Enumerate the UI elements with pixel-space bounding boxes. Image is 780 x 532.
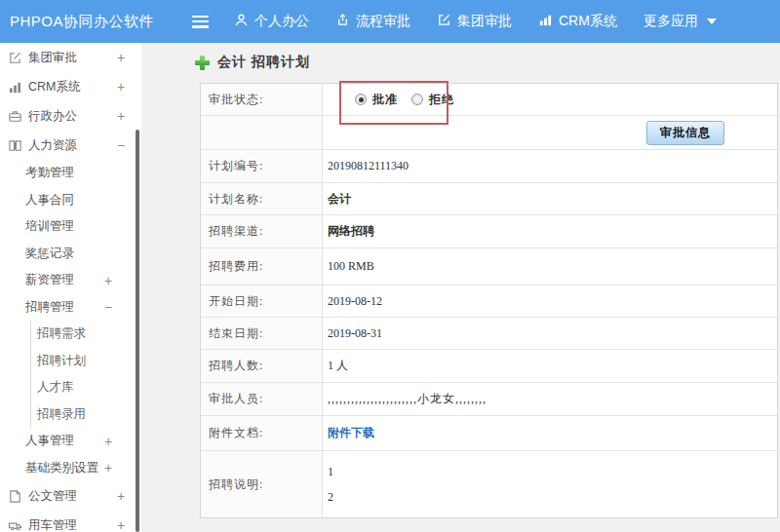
reject-radio-label[interactable]: 拒绝 <box>429 92 454 108</box>
sidebar-item-document-mgmt[interactable]: 公文管理 + <box>0 481 141 511</box>
table-row-button: 审批信息 <box>201 116 777 150</box>
sidebar-item-admin-office[interactable]: 行政办公 + <box>0 101 141 131</box>
field-label: 招聘费用: <box>201 248 323 285</box>
sidebar-item-crm[interactable]: CRM系统 + <box>0 72 141 101</box>
document-icon <box>8 489 22 504</box>
reject-radio[interactable] <box>411 94 423 105</box>
table-row-start-date: 开始日期: 2019-08-12 <box>201 285 777 318</box>
sidebar-item-personnel[interactable]: 人事管理 + <box>0 428 141 455</box>
approve-radio[interactable] <box>355 94 367 105</box>
sidebar-item-base-category[interactable]: 基础类别设置 + <box>0 455 141 482</box>
nav-more-apps[interactable]: 更多应用 <box>644 13 717 30</box>
expand-toggle[interactable]: + <box>104 274 112 287</box>
status-radio-group: 批准 拒绝 <box>323 84 777 115</box>
user-icon <box>234 13 254 30</box>
expand-toggle[interactable]: + <box>117 51 125 64</box>
sidebar-item-attendance[interactable]: 考勤管理 <box>0 160 141 187</box>
add-icon[interactable] <box>195 56 210 70</box>
field-value: 20190812111340 <box>323 150 777 182</box>
hamburger-menu-icon[interactable] <box>192 16 209 28</box>
expand-toggle[interactable]: + <box>117 518 125 532</box>
field-label: 附件文档: <box>201 416 323 450</box>
page-title: 会计 招聘计划 <box>217 54 310 71</box>
nav-group-approval[interactable]: 集团审批 <box>437 13 512 30</box>
field-value: 100 RMB <box>323 248 777 285</box>
app-logo: PHPOA协同办公软件 <box>0 13 141 31</box>
attachment-download-link[interactable]: 附件下载 <box>328 425 374 441</box>
sidebar-item-recruit-mgmt[interactable]: 招聘管理 − <box>0 294 141 322</box>
nav-process-approval[interactable]: 流程审批 <box>335 13 410 30</box>
main-content: 会计 招聘计划 审批状态: 批准 拒绝 审批信息 计划编号: 201908121… <box>141 43 780 532</box>
nav-crm[interactable]: CRM系统 <box>538 13 617 30</box>
field-value: 1 2 <box>323 451 777 517</box>
field-value: 2019-08-12 <box>323 285 777 317</box>
field-label: 审批状态: <box>201 84 323 115</box>
sidebar-item-hr[interactable]: 人力资源 − <box>0 131 141 160</box>
collapse-toggle[interactable]: − <box>104 300 112 314</box>
field-label: 结束日期: <box>201 318 323 349</box>
field-label: 开始日期: <box>201 285 323 317</box>
sidebar-item-talent-pool[interactable]: 人才库 <box>30 374 141 401</box>
field-value: ,,,,,,,,,,,,,,,,,,,,,,,小龙女,,,,,,,, <box>323 383 777 415</box>
edit-icon <box>437 13 457 30</box>
table-row-channel: 招聘渠道: 网络招聘 <box>201 215 777 248</box>
approve-radio-label[interactable]: 批准 <box>372 92 398 108</box>
vehicle-icon <box>8 518 22 532</box>
table-row-end-date: 结束日期: 2019-08-31 <box>201 318 777 350</box>
bar-chart-icon <box>538 13 559 30</box>
briefcase-icon <box>8 109 22 124</box>
caret-down-icon <box>707 19 717 24</box>
sidebar-item-recruit-plan[interactable]: 招聘计划 <box>30 348 141 375</box>
expand-toggle[interactable]: + <box>117 489 125 503</box>
expand-toggle[interactable]: + <box>104 435 112 448</box>
book-icon <box>8 138 22 153</box>
field-label: 审批人员: <box>201 383 323 415</box>
sidebar-item-rewards[interactable]: 奖惩记录 <box>0 241 141 268</box>
sidebar-scrollbar[interactable] <box>136 130 139 532</box>
field-label: 招聘渠道: <box>201 215 323 247</box>
table-row-status: 审批状态: 批准 拒绝 <box>201 84 777 116</box>
field-label: 招聘说明: <box>201 451 323 517</box>
sidebar: 集团审批 + CRM系统 + 行政办公 + 人力资源 − 考勤管理 <box>0 43 141 532</box>
table-row-plan-no: 计划编号: 20190812111340 <box>201 150 777 183</box>
expand-toggle[interactable]: + <box>104 461 112 475</box>
table-row-headcount: 招聘人数: 1 人 <box>201 350 777 383</box>
sidebar-item-vehicle[interactable]: 用车管理 + <box>0 511 141 532</box>
field-label: 计划编号: <box>201 150 323 182</box>
field-value: 网络招聘 <box>323 215 777 247</box>
description-line: 2 <box>328 490 333 505</box>
field-value: 1 人 <box>323 350 777 382</box>
description-line: 1 <box>328 465 333 479</box>
approval-info-button[interactable]: 审批信息 <box>646 121 724 145</box>
table-row-description: 招聘说明: 1 2 <box>201 451 777 517</box>
field-label: 计划名称: <box>201 183 323 214</box>
edit-icon <box>8 51 22 65</box>
field-value: 会计 <box>323 183 777 214</box>
expand-toggle[interactable]: + <box>117 80 125 94</box>
sidebar-item-recruit-hire[interactable]: 招聘录用 <box>30 401 141 429</box>
expand-toggle[interactable]: + <box>117 109 125 123</box>
bar-chart-icon <box>8 80 22 95</box>
sidebar-item-group-approval[interactable]: 集团审批 + <box>0 43 141 72</box>
table-row-plan-name: 计划名称: 会计 <box>201 183 777 215</box>
sidebar-item-hr-contract[interactable]: 人事合同 <box>0 187 141 214</box>
top-header: PHPOA协同办公软件 个人办公 流程审批 <box>0 0 780 43</box>
field-label: 招聘人数: <box>201 350 323 382</box>
process-icon <box>335 13 356 30</box>
sidebar-item-training[interactable]: 培训管理 <box>0 213 141 241</box>
recruit-plan-detail-table: 审批状态: 批准 拒绝 审批信息 计划编号: 20190812111340 计划… <box>200 83 778 518</box>
table-row-cost: 招聘费用: 100 RMB <box>201 248 777 285</box>
collapse-toggle[interactable]: − <box>117 138 125 152</box>
sidebar-item-recruit-demand[interactable]: 招聘需求 <box>30 321 141 348</box>
table-row-attachment: 附件文档: 附件下载 <box>201 416 777 451</box>
nav-personal-office[interactable]: 个人办公 <box>234 13 309 30</box>
top-nav: 个人办公 流程审批 集团审批 CRM系统 <box>234 13 743 30</box>
table-row-approvers: 审批人员: ,,,,,,,,,,,,,,,,,,,,,,,小龙女,,,,,,,, <box>201 383 777 416</box>
sidebar-item-salary[interactable]: 薪资管理 + <box>0 267 141 294</box>
field-value: 2019-08-31 <box>323 318 777 349</box>
